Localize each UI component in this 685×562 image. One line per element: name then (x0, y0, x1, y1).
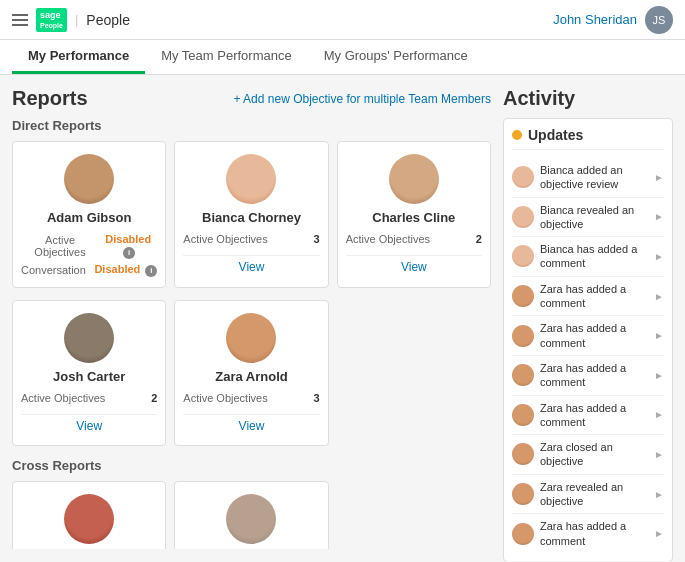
avatar-charles (389, 154, 439, 204)
person-card-ada: Ada Zennor Active Objectives 4 View (12, 481, 166, 549)
empty-card-placeholder (337, 300, 491, 446)
objectives-row-adam: Active Objectives Disabled i (21, 231, 157, 261)
chevron-icon-8: ► (654, 449, 664, 460)
user-avatar: JS (645, 6, 673, 34)
updates-header: Updates (512, 127, 664, 150)
avatar-ada (64, 494, 114, 544)
activity-item-8[interactable]: Zara closed an objective ► (512, 435, 664, 475)
name-josh: Josh Carter (21, 369, 157, 384)
direct-reports-grid-2: Josh Carter Active Objectives 2 View Zar… (12, 300, 491, 446)
add-objective-link[interactable]: Add new Objective for multiple Team Memb… (233, 92, 491, 106)
sage-logo-sub: People (40, 22, 63, 29)
activity-item-4[interactable]: Zara has added a comment ► (512, 277, 664, 317)
info-icon-adam[interactable]: i (123, 247, 135, 259)
person-card-adam: Adam Gibson Active Objectives Disabled i… (12, 141, 166, 288)
objectives-row-charles: Active Objectives 2 (346, 231, 482, 247)
view-btn-zara[interactable]: View (183, 414, 319, 437)
objectives-value-josh: 2 (151, 392, 157, 404)
user-name[interactable]: John Sheridan (553, 12, 637, 27)
activity-item-5[interactable]: Zara has added a comment ► (512, 316, 664, 356)
info-icon-conv-adam[interactable]: i (145, 265, 157, 277)
avatar-bianca (226, 154, 276, 204)
cross-reports-label: Cross Reports (12, 458, 491, 473)
avatar-zara (226, 313, 276, 363)
activity-avatar-zara-4 (512, 285, 534, 307)
objectives-row-zara: Active Objectives 3 (183, 390, 319, 406)
name-adam: Adam Gibson (21, 210, 157, 225)
activity-avatar-zara-6 (512, 364, 534, 386)
name-zara: Zara Arnold (183, 369, 319, 384)
nav-tabs: My Performance My Team Performance My Gr… (0, 40, 685, 75)
activity-item-9[interactable]: Zara revealed an objective ► (512, 475, 664, 515)
activity-item-3[interactable]: Bianca has added a comment ► (512, 237, 664, 277)
header-left: sage People | People (12, 8, 130, 32)
sage-logo-box: sage People (36, 8, 67, 32)
activity-text-9: Zara revealed an objective (540, 480, 648, 509)
conversation-value-adam: Disabled i (94, 263, 157, 277)
chevron-icon-3: ► (654, 251, 664, 262)
activity-avatar-bianca-3 (512, 245, 534, 267)
activity-avatar-zara-5 (512, 325, 534, 347)
update-dot (512, 130, 522, 140)
activity-avatar-zara-7 (512, 404, 534, 426)
chevron-icon-6: ► (654, 370, 664, 381)
direct-reports-label: Direct Reports (12, 118, 491, 133)
chevron-icon-2: ► (654, 211, 664, 222)
header-separator: | (75, 12, 78, 27)
activity-text-4: Zara has added a comment (540, 282, 648, 311)
activity-text-2: Bianca revealed an objective (540, 203, 648, 232)
objectives-value-adam: Disabled i (99, 233, 157, 259)
activity-text-7: Zara has added a comment (540, 401, 648, 430)
view-btn-josh[interactable]: View (21, 414, 157, 437)
activity-text-3: Bianca has added a comment (540, 242, 648, 271)
activity-item-10[interactable]: Zara has added a comment ► (512, 514, 664, 553)
tab-my-performance[interactable]: My Performance (12, 40, 145, 74)
activity-item-2[interactable]: Bianca revealed an objective ► (512, 198, 664, 238)
objectives-label-josh: Active Objectives (21, 392, 105, 404)
person-card-charles: Charles Cline Active Objectives 2 View (337, 141, 491, 288)
chevron-icon-4: ► (654, 291, 664, 302)
person-card-josh: Josh Carter Active Objectives 2 View (12, 300, 166, 446)
objectives-label-charles: Active Objectives (346, 233, 430, 245)
person-card-bianca: Bianca Chorney Active Objectives 3 View (174, 141, 328, 288)
reports-header: Reports Add new Objective for multiple T… (12, 87, 491, 110)
objectives-row-bianca: Active Objectives 3 (183, 231, 319, 247)
reports-section: Reports Add new Objective for multiple T… (12, 87, 491, 549)
activity-text-1: Bianca added an objective review (540, 163, 648, 192)
avatar-mika (226, 494, 276, 544)
updates-label: Updates (528, 127, 583, 143)
activity-text-10: Zara has added a comment (540, 519, 648, 548)
person-card-zara: Zara Arnold Active Objectives 3 View (174, 300, 328, 446)
tab-my-team-performance[interactable]: My Team Performance (145, 40, 308, 74)
reports-title: Reports (12, 87, 88, 110)
activity-panel: Updates Bianca added an objective review… (503, 118, 673, 561)
cross-reports-grid: Ada Zennor Active Objectives 4 View Mika… (12, 481, 491, 549)
activity-text-8: Zara closed an objective (540, 440, 648, 469)
objectives-label-bianca: Active Objectives (183, 233, 267, 245)
activity-item-1[interactable]: Bianca added an objective review ► (512, 158, 664, 198)
activity-item-6[interactable]: Zara has added a comment ► (512, 356, 664, 396)
user-info: John Sheridan JS (553, 6, 673, 34)
person-card-mika: Mika Petersson Active Objectives 0 View (174, 481, 328, 549)
tab-my-groups-performance[interactable]: My Groups' Performance (308, 40, 484, 74)
chevron-icon-9: ► (654, 489, 664, 500)
chevron-icon-10: ► (654, 528, 664, 539)
objectives-row-josh: Active Objectives 2 (21, 390, 157, 406)
view-btn-charles[interactable]: View (346, 255, 482, 278)
hamburger-menu[interactable] (12, 14, 28, 26)
activity-avatar-zara-8 (512, 443, 534, 465)
activity-avatar-zara-9 (512, 483, 534, 505)
activity-avatar-bianca-1 (512, 166, 534, 188)
view-btn-bianca[interactable]: View (183, 255, 319, 278)
avatar-josh (64, 313, 114, 363)
direct-reports-grid: Adam Gibson Active Objectives Disabled i… (12, 141, 491, 288)
activity-item-7[interactable]: Zara has added a comment ► (512, 396, 664, 436)
objectives-value-zara: 3 (314, 392, 320, 404)
main-content: Reports Add new Objective for multiple T… (0, 75, 685, 561)
objectives-value-bianca: 3 (314, 233, 320, 245)
objectives-label-adam: Active Objectives (21, 234, 99, 258)
sage-logo: sage People (36, 8, 67, 32)
conversation-label-adam: Conversation (21, 264, 86, 276)
header-app-name: People (86, 12, 130, 28)
chevron-icon-5: ► (654, 330, 664, 341)
